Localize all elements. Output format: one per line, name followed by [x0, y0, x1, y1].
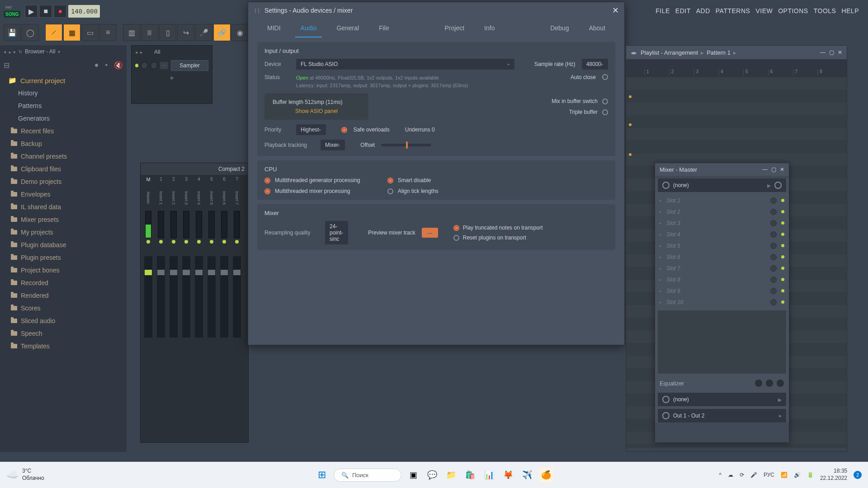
mixer-led-icon[interactable] — [210, 240, 213, 244]
slot-mix-knob[interactable] — [770, 277, 777, 283]
mixer-fader[interactable] — [208, 256, 216, 338]
mixer-fader[interactable] — [144, 256, 152, 338]
app-flstudio-icon[interactable]: 🍊 — [539, 468, 553, 482]
eq-low-knob[interactable] — [755, 379, 763, 387]
browser-patterns[interactable]: Patterns — [0, 99, 127, 112]
playlist-ruler[interactable]: 12345678 — [626, 59, 847, 77]
reset-plugins-toggle[interactable] — [453, 235, 459, 241]
browser-folder[interactable]: Channel presets — [0, 150, 127, 163]
tempo-display[interactable]: 140.000 — [68, 5, 100, 18]
minimize-button[interactable]: — — [820, 49, 826, 56]
taskbar-clock[interactable]: 18:35 22.12.2022 — [820, 468, 847, 482]
show-asio-link[interactable]: Show ASIO panel — [273, 108, 360, 114]
mixer-fader[interactable] — [182, 256, 190, 338]
stop-button[interactable]: ■ — [39, 5, 52, 18]
browser-fwd-icon[interactable]: ▸ — [14, 49, 16, 54]
mixer-track-insert[interactable]: 7Insert 7 — [231, 177, 243, 435]
settings-titlebar[interactable]: ⫶⫶ Settings - Audio devices / mixer ✕ — [248, 2, 624, 19]
pat-song-switch[interactable]: PAT SONG — [4, 5, 20, 18]
eq-visualization[interactable] — [658, 310, 786, 374]
app-telegram-icon[interactable]: ✈️ — [520, 468, 534, 482]
tab-midi[interactable]: MIDI — [257, 19, 291, 38]
effect-slot[interactable]: ▸Slot 4 — [655, 229, 789, 240]
slot-mix-knob[interactable] — [770, 197, 777, 204]
browser-folder[interactable]: Clipboard files — [0, 163, 127, 175]
tray-chevron-icon[interactable]: ^ — [719, 472, 722, 478]
taskbar-weather[interactable]: ☁️ 3°C Облачно — [6, 468, 44, 482]
tray-volume-icon[interactable]: 🔊 — [794, 472, 801, 478]
app-chat-icon[interactable]: 💬 — [425, 468, 439, 482]
mixer-led-icon[interactable] — [222, 240, 226, 244]
tool-step-icon[interactable]: ▥ — [123, 24, 140, 41]
mixer-fader[interactable] — [220, 256, 228, 338]
menu-view[interactable]: VIEW — [755, 7, 773, 14]
tool-piano-icon[interactable]: ▯ — [159, 24, 176, 41]
menu-edit[interactable]: EDIT — [675, 7, 691, 14]
minimize-button[interactable]: — — [762, 166, 768, 173]
browser-up-icon[interactable]: ▴ — [9, 49, 11, 54]
browser-dropdown-icon[interactable]: ▾ — [58, 49, 60, 54]
menu-file[interactable]: FILE — [656, 7, 670, 14]
tray-notifications-icon[interactable]: 2 — [854, 471, 862, 479]
app-firefox-icon[interactable]: 🦊 — [501, 468, 515, 482]
slot-enable-led[interactable] — [781, 267, 784, 270]
slot-mix-knob[interactable] — [770, 231, 777, 238]
slot-mix-knob[interactable] — [770, 265, 777, 272]
tab-debug[interactable]: Debug — [540, 19, 579, 38]
browser-folder[interactable]: Templates — [0, 340, 127, 352]
tray-battery-icon[interactable]: 🔋 — [807, 472, 814, 478]
ch-fwd-icon[interactable]: ▸ — [140, 50, 142, 55]
browser-folder[interactable]: Plugin database — [0, 239, 127, 251]
playlist-pattern[interactable]: Pattern 1 — [707, 49, 731, 56]
browser-folder[interactable]: Backup — [0, 137, 127, 150]
record-button[interactable]: ● — [54, 5, 66, 18]
effect-slot[interactable]: ▸Slot 6 — [655, 251, 789, 263]
mixer-track-insert[interactable]: 6Insert 6 — [218, 177, 230, 435]
channel-pan-knob[interactable] — [141, 62, 148, 69]
browser-folder[interactable]: Rendered — [0, 289, 127, 302]
play-truncated-toggle[interactable] — [453, 225, 459, 231]
mixer-track-insert[interactable]: 2Insert 2 — [168, 177, 179, 435]
device-select[interactable]: FL Studio ASIO ▸ — [296, 59, 514, 70]
browser-history[interactable]: History — [0, 87, 127, 99]
mixer-track-insert[interactable]: 3Insert 3 — [180, 177, 192, 435]
channel-vol-knob[interactable] — [151, 62, 157, 69]
browser-folder[interactable]: My projects — [0, 226, 127, 239]
slot-enable-led[interactable] — [781, 244, 784, 247]
tab-audio[interactable]: Audio — [291, 19, 327, 38]
channel-name[interactable]: Sampler — [171, 60, 208, 71]
browser-folder[interactable]: Demo projects — [0, 175, 127, 188]
mixer-track-insert[interactable]: 4Insert 4 — [193, 177, 205, 435]
browser-folder[interactable]: Speech — [0, 327, 127, 340]
ch-back-icon[interactable]: ◂ — [135, 50, 137, 55]
browser-folder[interactable]: Envelopes — [0, 188, 127, 201]
tab-info[interactable]: Info — [474, 19, 505, 38]
auto-close-toggle[interactable] — [602, 74, 608, 80]
tab-about[interactable]: About — [579, 19, 615, 38]
tool-render-icon[interactable]: ◯ — [22, 24, 39, 41]
slot-mix-knob[interactable] — [770, 209, 777, 215]
channel-num[interactable]: --- — [160, 62, 168, 69]
mixer-fader[interactable] — [157, 256, 165, 338]
tray-onedrive-icon[interactable]: ☁ — [728, 472, 733, 478]
playlist-menu-icon[interactable]: ◂▸ — [631, 49, 637, 56]
mixer-fader[interactable] — [195, 256, 203, 338]
playback-tracking-select[interactable]: Mixer ▸ — [321, 140, 345, 150]
effect-slot[interactable]: ▸Slot 5 — [655, 240, 789, 251]
slot-enable-led[interactable] — [781, 199, 784, 202]
slot-mix-knob[interactable] — [770, 254, 777, 260]
tool-browser-icon[interactable]: ↪ — [177, 24, 194, 41]
mix-buffer-toggle[interactable] — [602, 99, 608, 104]
browser-folder[interactable]: Recorded — [0, 277, 127, 289]
slot-mix-knob[interactable] — [770, 288, 777, 294]
effect-slot[interactable]: ▸Slot 10 — [655, 296, 789, 308]
mixer-view-mode[interactable]: Compact 2 — [218, 166, 245, 172]
preview-track-select[interactable]: --- — [422, 228, 438, 238]
browser-folder[interactable]: Sliced audio — [0, 314, 127, 327]
tool-save-icon[interactable]: 💾 — [4, 24, 21, 41]
channel-row-sampler[interactable]: --- Sampler — [132, 58, 212, 73]
browser-folder[interactable]: Recent files — [0, 125, 127, 137]
browser-back-icon[interactable]: ◂ — [4, 49, 6, 54]
tool-link-icon[interactable]: 🔗 — [213, 24, 231, 41]
cpu-mixer-toggle[interactable] — [264, 188, 270, 194]
